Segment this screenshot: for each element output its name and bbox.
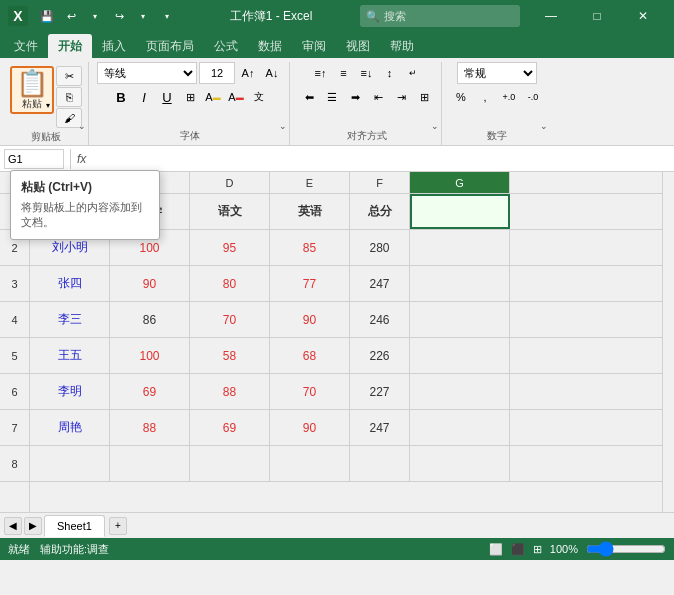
vertical-scrollbar[interactable] xyxy=(662,172,674,512)
increase-decimal-btn[interactable]: +.0 xyxy=(498,86,520,108)
cell-f1[interactable]: 总分 xyxy=(350,194,410,229)
view-page-break-icon[interactable]: ⊞ xyxy=(533,543,542,556)
cell-g7[interactable] xyxy=(410,410,510,445)
cell-e8[interactable] xyxy=(270,446,350,481)
cell-c3[interactable]: 90 xyxy=(110,266,190,301)
number-expand-icon[interactable]: ⌄ xyxy=(540,121,548,131)
font-family-select[interactable]: 等线 xyxy=(97,62,197,84)
cell-e7[interactable]: 90 xyxy=(270,410,350,445)
cell-e6[interactable]: 70 xyxy=(270,374,350,409)
redo-btn[interactable]: ↪ xyxy=(108,5,130,27)
wen-btn[interactable]: 文 xyxy=(248,86,270,108)
cell-g8[interactable] xyxy=(410,446,510,481)
cell-d7[interactable]: 69 xyxy=(190,410,270,445)
tab-file[interactable]: 文件 xyxy=(4,34,48,58)
cell-e3[interactable]: 77 xyxy=(270,266,350,301)
fill-color-btn[interactable]: A▬ xyxy=(202,86,224,108)
percent-btn[interactable]: % xyxy=(450,86,472,108)
undo-dropdown-btn[interactable]: ▾ xyxy=(84,5,106,27)
cell-f4[interactable]: 246 xyxy=(350,302,410,337)
increase-font-btn[interactable]: A↑ xyxy=(237,62,259,84)
cell-b6[interactable]: 李明 xyxy=(30,374,110,409)
bold-button[interactable]: B xyxy=(110,86,132,108)
cell-d5[interactable]: 58 xyxy=(190,338,270,373)
paste-dropdown-arrow[interactable]: ▾ xyxy=(46,101,50,110)
cell-f8[interactable] xyxy=(350,446,410,481)
sheet-nav-prev[interactable]: ◀ xyxy=(4,517,22,535)
col-header-e[interactable]: E xyxy=(270,172,350,193)
underline-button[interactable]: U xyxy=(156,86,178,108)
alignment-expand-icon[interactable]: ⌄ xyxy=(431,121,439,131)
row-header-3[interactable]: 3 xyxy=(0,266,29,302)
add-sheet-btn[interactable]: + xyxy=(109,517,127,535)
border-btn[interactable]: ⊞ xyxy=(179,86,201,108)
col-header-d[interactable]: D xyxy=(190,172,270,193)
restore-btn[interactable]: □ xyxy=(574,0,620,32)
cell-b3[interactable]: 张四 xyxy=(30,266,110,301)
text-direction-btn[interactable]: ↕ xyxy=(379,62,401,84)
wrap-text-btn[interactable]: ↵ xyxy=(402,62,424,84)
cell-c7[interactable]: 88 xyxy=(110,410,190,445)
row-header-6[interactable]: 6 xyxy=(0,374,29,410)
cell-g4[interactable] xyxy=(410,302,510,337)
align-right-btn[interactable]: ➡ xyxy=(344,86,366,108)
sheet-nav-next[interactable]: ▶ xyxy=(24,517,42,535)
cell-c8[interactable] xyxy=(110,446,190,481)
custom-toolbar-btn[interactable]: ▾ xyxy=(156,5,178,27)
cell-f3[interactable]: 247 xyxy=(350,266,410,301)
cell-f5[interactable]: 226 xyxy=(350,338,410,373)
cell-g5[interactable] xyxy=(410,338,510,373)
cut-button[interactable]: ✂ xyxy=(56,66,82,86)
copy-button[interactable]: ⎘ xyxy=(56,87,82,107)
align-center-btn[interactable]: ☰ xyxy=(321,86,343,108)
view-layout-icon[interactable]: ⬛ xyxy=(511,543,525,556)
align-bottom-btn[interactable]: ≡↓ xyxy=(356,62,378,84)
redo-dropdown-btn[interactable]: ▾ xyxy=(132,5,154,27)
cell-f6[interactable]: 227 xyxy=(350,374,410,409)
zoom-slider[interactable] xyxy=(586,542,666,556)
increase-indent-btn[interactable]: ⇥ xyxy=(390,86,412,108)
sheet-tab-sheet1[interactable]: Sheet1 xyxy=(44,515,105,537)
align-left-btn[interactable]: ⬅ xyxy=(298,86,320,108)
decrease-font-btn[interactable]: A↓ xyxy=(261,62,283,84)
decrease-indent-btn[interactable]: ⇤ xyxy=(367,86,389,108)
cell-g6[interactable] xyxy=(410,374,510,409)
row-header-4[interactable]: 4 xyxy=(0,302,29,338)
cell-d6[interactable]: 88 xyxy=(190,374,270,409)
tab-insert[interactable]: 插入 xyxy=(92,34,136,58)
save-icon-btn[interactable]: 💾 xyxy=(36,5,58,27)
formula-input[interactable] xyxy=(90,149,670,169)
cell-e1[interactable]: 英语 xyxy=(270,194,350,229)
thousand-sep-btn[interactable]: , xyxy=(474,86,496,108)
cell-d2[interactable]: 95 xyxy=(190,230,270,265)
cell-d1[interactable]: 语文 xyxy=(190,194,270,229)
cell-b7[interactable]: 周艳 xyxy=(30,410,110,445)
decrease-decimal-btn[interactable]: -.0 xyxy=(522,86,544,108)
cell-d3[interactable]: 80 xyxy=(190,266,270,301)
font-color-btn[interactable]: A▬ xyxy=(225,86,247,108)
row-header-5[interactable]: 5 xyxy=(0,338,29,374)
paste-button[interactable]: 📋 粘贴 ▾ xyxy=(10,66,54,114)
cell-e5[interactable]: 68 xyxy=(270,338,350,373)
tab-home[interactable]: 开始 xyxy=(48,34,92,58)
cell-b4[interactable]: 李三 xyxy=(30,302,110,337)
align-top-btn[interactable]: ≡↑ xyxy=(310,62,332,84)
row-header-8[interactable]: 8 xyxy=(0,446,29,482)
italic-button[interactable]: I xyxy=(133,86,155,108)
cell-c5[interactable]: 100 xyxy=(110,338,190,373)
cell-b5[interactable]: 王五 xyxy=(30,338,110,373)
cell-d8[interactable] xyxy=(190,446,270,481)
merge-center-btn[interactable]: ⊞ xyxy=(413,86,435,108)
align-middle-btn[interactable]: ≡ xyxy=(333,62,355,84)
cell-c4[interactable]: 86 xyxy=(110,302,190,337)
undo-btn[interactable]: ↩ xyxy=(60,5,82,27)
col-header-g[interactable]: G xyxy=(410,172,510,193)
tab-page-layout[interactable]: 页面布局 xyxy=(136,34,204,58)
cell-d4[interactable]: 70 xyxy=(190,302,270,337)
cell-g2[interactable] xyxy=(410,230,510,265)
cell-e4[interactable]: 90 xyxy=(270,302,350,337)
number-format-select[interactable]: 常规 xyxy=(457,62,537,84)
row-header-7[interactable]: 7 xyxy=(0,410,29,446)
close-btn[interactable]: ✕ xyxy=(620,0,666,32)
font-size-input[interactable] xyxy=(199,62,235,84)
